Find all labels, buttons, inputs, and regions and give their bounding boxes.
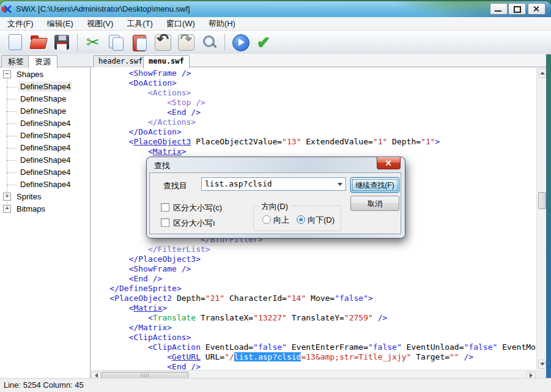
tree-item-defineshape4[interactable]: DefineShape4 bbox=[1, 166, 86, 179]
code-line[interactable]: <End /> bbox=[91, 108, 536, 117]
open-file-icon[interactable] bbox=[29, 33, 48, 51]
code-token: CharacterId= bbox=[224, 294, 287, 303]
code-line[interactable]: </DefineSprite> bbox=[91, 284, 536, 294]
code-line[interactable]: <ShowFrame /> bbox=[91, 264, 536, 274]
code-line[interactable]: </Matrix> bbox=[91, 323, 536, 333]
tree-item-sprites[interactable]: +Sprites bbox=[1, 191, 86, 203]
menu-item[interactable]: 视图(V) bbox=[81, 17, 119, 31]
vertical-scrollbar[interactable] bbox=[536, 67, 546, 370]
scroll-down-button[interactable] bbox=[538, 360, 546, 369]
resource-tree: −ShapesDefineShape4DefineShapeDefineShap… bbox=[1, 68, 86, 374]
menu-item[interactable]: 帮助(H) bbox=[202, 17, 242, 31]
tree-item-defineshape[interactable]: DefineShape bbox=[1, 93, 86, 105]
code-token: < bbox=[91, 137, 133, 146]
code-line[interactable]: <DoAction> bbox=[91, 78, 536, 88]
code-line[interactable]: <GetURL URL="/list.asp?clsid=13&amp;str=… bbox=[91, 352, 536, 362]
checkbox-icon[interactable] bbox=[161, 203, 169, 212]
expand-icon[interactable]: + bbox=[3, 205, 11, 213]
code-token: "13" bbox=[282, 137, 301, 146]
maximize-button[interactable] bbox=[508, 3, 526, 15]
tree-item-label[interactable]: Bitmaps bbox=[15, 204, 47, 214]
checkbox-icon[interactable] bbox=[161, 218, 169, 227]
code-line[interactable]: </PlaceObject3> bbox=[91, 254, 536, 264]
tree-item-bitmaps[interactable]: +Bitmaps bbox=[1, 203, 86, 215]
tab-header-swf[interactable]: header.swf bbox=[93, 55, 148, 67]
menu-item[interactable]: 编辑(E) bbox=[41, 17, 80, 31]
tree-item-label[interactable]: DefineShape4 bbox=[18, 142, 72, 153]
title-bar[interactable]: SWiX [C:\Users\Administrator\Desktop\men… bbox=[0, 1, 551, 17]
expand-icon[interactable]: + bbox=[3, 193, 11, 201]
radio-up[interactable]: 向上 bbox=[262, 215, 289, 226]
tree-item-defineshape4[interactable]: DefineShape4 bbox=[1, 154, 86, 166]
code-line[interactable]: <PlaceObject3 PlaceObject2Value="13" Ext… bbox=[91, 137, 536, 147]
tree-item-defineshape[interactable]: DefineShape bbox=[1, 105, 86, 117]
tree-item-defineshape4[interactable]: DefineShape4 bbox=[1, 117, 86, 130]
find-icon[interactable] bbox=[200, 33, 218, 51]
tree-item-label[interactable]: DefineShape4 bbox=[18, 179, 72, 190]
scroll-up-button[interactable] bbox=[538, 68, 546, 78]
code-line[interactable]: <ShowFrame /> bbox=[91, 68, 536, 78]
tree-item-label[interactable]: DefineShape bbox=[18, 106, 68, 116]
find-what-label: 查找目 bbox=[163, 180, 187, 191]
search-input[interactable]: list.asp?clsid bbox=[201, 177, 346, 191]
radio-selected-icon[interactable] bbox=[297, 215, 305, 224]
code-line[interactable]: <Matrix> bbox=[91, 147, 536, 157]
tree-item-label[interactable]: Sprites bbox=[15, 191, 43, 202]
redo-icon[interactable]: ↷ bbox=[177, 33, 195, 51]
tree-item-defineshape4[interactable]: DefineShape4 bbox=[1, 130, 86, 142]
cancel-button[interactable]: 取消 bbox=[350, 196, 399, 211]
desktop: { "window": { "title": "SWiX [C:\\Users\… bbox=[0, 0, 551, 392]
code-line[interactable]: </Actions> bbox=[91, 117, 536, 127]
code-line[interactable]: <End /> bbox=[91, 274, 536, 284]
save-file-icon[interactable] bbox=[53, 33, 71, 51]
code-line[interactable]: <PlaceObject2 Depth="21" CharacterId="14… bbox=[91, 294, 536, 303]
validate-icon[interactable]: ✔ bbox=[254, 33, 273, 51]
match-case-checkbox-2[interactable]: 区分大小写ı bbox=[161, 218, 215, 227]
tab-resources[interactable]: 资源 bbox=[28, 55, 57, 68]
tab-menu-swf[interactable]: menu.swf bbox=[143, 55, 190, 68]
code-token: <Actions> bbox=[91, 88, 191, 97]
tree-item-label[interactable]: DefineShape4 bbox=[18, 81, 72, 92]
paste-icon[interactable] bbox=[130, 33, 149, 51]
cut-icon[interactable]: ✂ bbox=[84, 33, 102, 51]
copy-icon[interactable] bbox=[107, 33, 125, 51]
radio-down[interactable]: 向下(D) bbox=[297, 215, 335, 226]
editor-tabs: header.swf menu.swf bbox=[91, 54, 546, 67]
code-line[interactable]: <Translate TranslateX="13227" TranslateY… bbox=[91, 313, 536, 323]
code-line[interactable]: <ClipAction EventLoad="false" EventEnter… bbox=[91, 342, 536, 352]
tree-item-defineshape4[interactable]: DefineShape4 bbox=[1, 179, 86, 191]
new-file-icon[interactable] bbox=[6, 33, 24, 51]
tree-item-label[interactable]: DefineShape bbox=[18, 94, 68, 104]
radio-icon[interactable] bbox=[262, 215, 271, 224]
code-line[interactable]: <Matrix> bbox=[91, 303, 536, 313]
combo-dropdown-button[interactable] bbox=[335, 179, 345, 190]
collapse-icon[interactable]: − bbox=[3, 70, 11, 78]
find-next-button[interactable]: 继续查找(F) bbox=[350, 177, 399, 193]
code-token: "false" bbox=[464, 342, 498, 352]
close-button[interactable] bbox=[528, 3, 545, 15]
code-line[interactable]: <Actions> bbox=[91, 88, 536, 98]
tree-item-label[interactable]: DefineShape4 bbox=[18, 130, 72, 141]
dialog-close-button[interactable] bbox=[377, 157, 401, 169]
tree-item-label[interactable]: DefineShape4 bbox=[18, 118, 72, 128]
code-line[interactable]: <Stop /> bbox=[91, 98, 536, 108]
run-icon[interactable] bbox=[231, 33, 250, 51]
vertical-scroll-thumb[interactable] bbox=[538, 192, 546, 209]
tree-item-label[interactable]: Shapes bbox=[15, 69, 45, 80]
tree-item-label[interactable]: DefineShape4 bbox=[18, 167, 72, 177]
code-line[interactable]: </FilterList> bbox=[91, 245, 536, 254]
tree-item-defineshape4[interactable]: DefineShape4 bbox=[1, 81, 86, 93]
find-dialog: 查找 查找目 list.asp?clsid 继续查找(F) 取消 区分大小写(c… bbox=[147, 157, 405, 238]
code-line[interactable]: <ClipActions> bbox=[91, 333, 536, 342]
tree-item-shapes[interactable]: −Shapes bbox=[1, 68, 86, 81]
match-case-checkbox-1[interactable]: 区分大小写(c) bbox=[161, 203, 222, 212]
tab-tags[interactable]: 标签 bbox=[1, 55, 31, 68]
minimize-button[interactable] bbox=[490, 3, 508, 15]
tree-item-label[interactable]: DefineShape4 bbox=[18, 155, 72, 165]
menu-item[interactable]: 工具(T) bbox=[120, 17, 159, 31]
undo-icon[interactable]: ↶ bbox=[153, 33, 172, 51]
menu-item[interactable]: 窗口(W) bbox=[160, 17, 201, 31]
tree-item-defineshape4[interactable]: DefineShape4 bbox=[1, 142, 86, 154]
code-line[interactable]: </DoAction> bbox=[91, 127, 536, 137]
menu-item[interactable]: 文件(F) bbox=[1, 17, 40, 31]
